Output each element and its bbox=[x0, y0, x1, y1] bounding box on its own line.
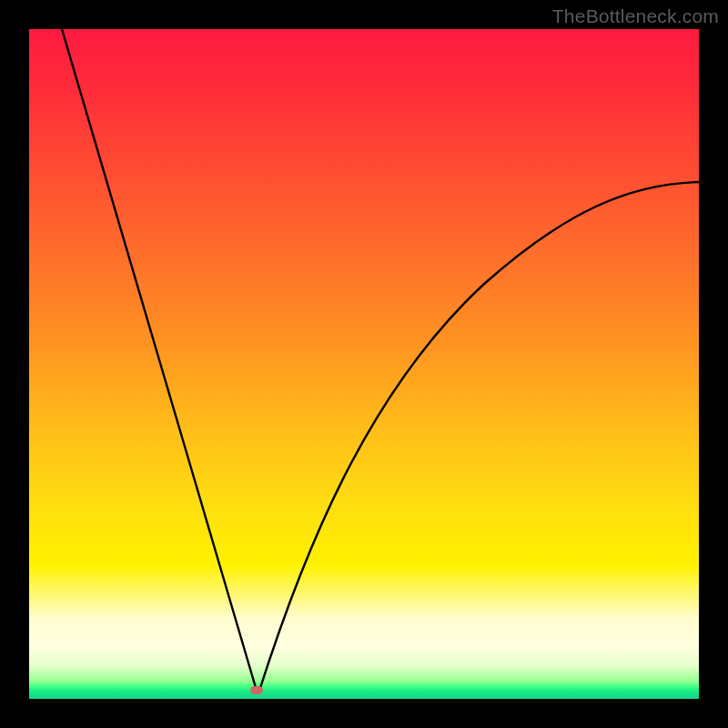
chart-frame: TheBottleneck.com bbox=[0, 0, 728, 728]
optimal-marker bbox=[250, 686, 263, 694]
curve-path bbox=[62, 29, 699, 693]
watermark-text: TheBottleneck.com bbox=[552, 5, 719, 27]
bottleneck-curve bbox=[29, 29, 699, 699]
plot-area bbox=[29, 29, 699, 699]
